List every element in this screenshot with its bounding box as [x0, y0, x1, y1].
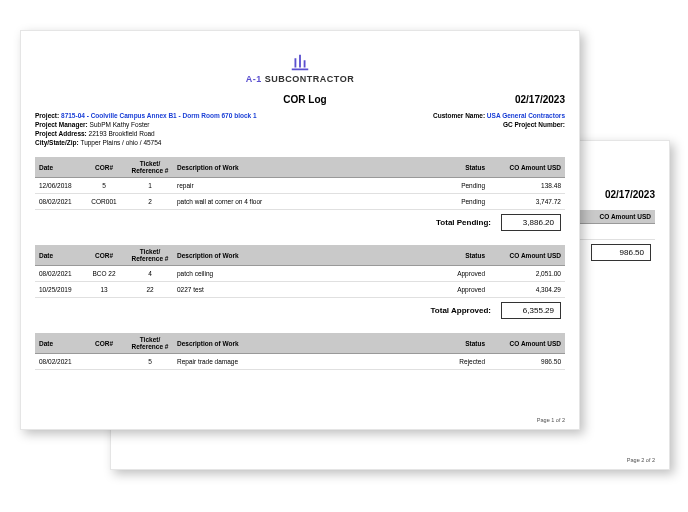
page-footer: Page 2 of 2	[627, 457, 655, 463]
report-date-p2: 02/17/2023	[605, 189, 655, 200]
page-footer: Page 1 of 2	[537, 417, 565, 423]
logo-block: A-1 SUBCONTRACTOR	[35, 51, 565, 84]
brand-text: A-1 SUBCONTRACTOR	[35, 74, 565, 84]
table-row: 12/06/2018 5 1 repair Pending 138.48	[35, 178, 565, 194]
total-rejected-value: 986.50	[591, 244, 651, 261]
table-row: 08/02/2021 5 Repair trade damage Rejecte…	[35, 354, 565, 370]
report-date: 02/17/2023	[515, 94, 565, 105]
total-pending-label: Total Pending:	[35, 210, 495, 236]
pending-table: Date COR# Ticket/ Reference # Descriptio…	[35, 157, 565, 235]
col-amount: CO Amount USD	[569, 210, 655, 224]
total-approved-label: Total Approved:	[35, 298, 495, 324]
report-title: COR Log	[95, 94, 515, 105]
total-pending-value: 3,886.20	[501, 214, 561, 231]
table-row: 08/02/2021 COR001 2 patch wall at corner…	[35, 194, 565, 210]
project-link[interactable]: 8715-04 - Coolville Campus Annex B1 - Do…	[61, 112, 257, 119]
table-row: 10/25/2019 13 22 0227 test Approved 4,30…	[35, 282, 565, 298]
rejected-table: Date COR# Ticket/ Reference # Descriptio…	[35, 333, 565, 370]
building-icon	[289, 51, 311, 74]
meta-block: Project: 8715-04 - Coolville Campus Anne…	[35, 111, 565, 147]
customer-link[interactable]: USA General Contractors	[487, 112, 565, 119]
approved-table: Date COR# Ticket/ Reference # Descriptio…	[35, 245, 565, 323]
total-approved-value: 6,355.29	[501, 302, 561, 319]
report-page-1: A-1 SUBCONTRACTOR COR Log 02/17/2023 Pro…	[20, 30, 580, 430]
table-row: 08/02/2021 BCO 22 4 patch ceiling Approv…	[35, 266, 565, 282]
